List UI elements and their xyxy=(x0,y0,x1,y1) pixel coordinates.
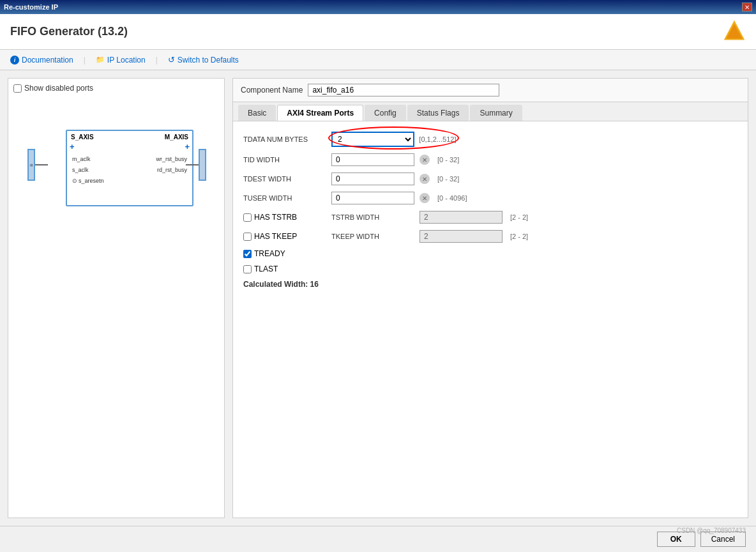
port-labels: m_aclk wr_rst_busy s_aclk rd_rst_busy ⊙ … xyxy=(67,151,192,189)
refresh-icon: ↺ xyxy=(168,55,175,65)
ground-symbol: ⊙ xyxy=(72,176,77,187)
tdata-num-bytes-range: [0,1,2...512] xyxy=(419,135,456,143)
tstrb-width-label: TSTRB WIDTH xyxy=(331,213,414,221)
tuser-width-input[interactable] xyxy=(331,192,414,204)
right-connector xyxy=(186,149,206,181)
m-aclk-label: m_aclk xyxy=(72,154,91,165)
tstrb-width-range: [2 - 2] xyxy=(510,213,528,221)
location-icon: 📁 xyxy=(96,56,105,64)
tlast-checkbox[interactable] xyxy=(243,265,252,273)
tuser-width-range: [0 - 4096] xyxy=(437,194,467,202)
component-name-input[interactable] xyxy=(308,84,499,96)
block-icons-row: + + xyxy=(67,142,192,151)
right-panel: Component Name Basic AXI4 Stream Ports C… xyxy=(232,78,748,518)
wr-rst-busy-label: wr_rst_busy xyxy=(156,154,187,165)
has-tkeep-label: HAS TKEEP xyxy=(254,232,297,241)
tdest-width-row: TDEST WIDTH ✕ [0 - 32] xyxy=(243,172,737,185)
tlast-group: TLAST xyxy=(243,264,278,273)
content-area: Show disabled ports ≡ S_AXIS M_AXIS xyxy=(0,70,756,526)
tkeep-width-range: [2 - 2] xyxy=(510,233,528,240)
tdata-ellipse-wrapper: 2 0 1 [0,1,2...512] xyxy=(331,132,456,147)
tdest-width-input[interactable] xyxy=(331,172,414,185)
port-row-2: s_aclk rd_rst_busy xyxy=(72,165,187,176)
tready-checkbox[interactable] xyxy=(243,250,252,258)
rd-rst-busy-label: rd_rst_busy xyxy=(157,165,187,176)
tid-width-label: TID WIDTH xyxy=(243,156,326,164)
has-tkeep-group: HAS TKEEP xyxy=(243,232,326,241)
show-disabled-ports-checkbox[interactable] xyxy=(13,84,22,93)
tstrb-width-input xyxy=(420,211,503,224)
tdest-width-clear-btn[interactable]: ✕ xyxy=(420,174,430,184)
footer: OK Cancel xyxy=(0,526,756,552)
has-tstrb-group: HAS TSTRB xyxy=(243,213,326,222)
header: FIFO Generator (13.2) xyxy=(0,14,756,50)
has-tstrb-row: HAS TSTRB TSTRB WIDTH [2 - 2] xyxy=(243,211,737,224)
vivado-logo xyxy=(723,19,746,44)
tuser-width-clear-btn[interactable]: ✕ xyxy=(420,193,430,203)
tid-width-row: TID WIDTH ✕ [0 - 32] xyxy=(243,153,737,166)
tab-bar: Basic AXI4 Stream Ports Config Status Fl… xyxy=(233,102,748,121)
tid-width-input[interactable] xyxy=(331,153,414,166)
s-axis-plus-icon: + xyxy=(70,142,75,151)
has-tkeep-row: HAS TKEEP TKEEP WIDTH [2 - 2] xyxy=(243,230,737,243)
left-panel: Show disabled ports ≡ S_AXIS M_AXIS xyxy=(8,78,225,518)
tab-content: TDATA NUM BYTES 2 0 1 [0,1,2...512] TID … xyxy=(233,121,748,518)
has-tkeep-checkbox[interactable] xyxy=(243,233,252,241)
tdest-width-label: TDEST WIDTH xyxy=(243,175,326,183)
tdata-num-bytes-label: TDATA NUM BYTES xyxy=(243,135,326,143)
switch-defaults-link[interactable]: ↺ Switch to Defaults xyxy=(168,55,239,65)
tready-row: TREADY xyxy=(243,249,737,258)
watermark: CSDN @qq_708907433 xyxy=(677,527,746,534)
right-conn-line xyxy=(186,164,199,165)
left-connector-lines: ≡ xyxy=(29,164,34,167)
left-connector-box: ≡ xyxy=(27,149,35,181)
documentation-link[interactable]: i Documentation xyxy=(10,56,73,65)
tlast-row: TLAST xyxy=(243,264,737,273)
tab-status-flags[interactable]: Status Flags xyxy=(407,105,469,121)
s-aclk-label: s_aclk xyxy=(72,165,89,176)
tready-group: TREADY xyxy=(243,249,285,258)
title-bar-text: Re-customize IP xyxy=(4,3,58,11)
has-tstrb-label: HAS TSTRB xyxy=(254,213,297,222)
tab-config[interactable]: Config xyxy=(365,105,406,121)
tkeep-width-label: TKEEP WIDTH xyxy=(331,233,414,240)
m-axis-label: M_AXIS xyxy=(165,134,188,141)
tid-width-range: [0 - 32] xyxy=(437,156,459,164)
block-top-row: S_AXIS M_AXIS xyxy=(67,131,192,141)
tab-axi4-stream-ports[interactable]: AXI4 Stream Ports xyxy=(277,105,363,121)
right-connector-box xyxy=(199,149,206,181)
tdata-num-bytes-row: TDATA NUM BYTES 2 0 1 [0,1,2...512] xyxy=(243,132,737,147)
info-icon: i xyxy=(10,56,19,65)
show-disabled-ports-row: Show disabled ports xyxy=(13,84,219,93)
left-conn-line xyxy=(35,164,48,165)
fifo-block: S_AXIS M_AXIS + + m_aclk wr_rst_busy s_ xyxy=(66,130,193,206)
calculated-width: Calculated Width: 16 xyxy=(243,280,737,289)
toolbar: i Documentation | 📁 IP Location | ↺ Swit… xyxy=(0,50,756,70)
tab-basic[interactable]: Basic xyxy=(238,105,276,121)
tlast-label: TLAST xyxy=(254,264,278,273)
port-row-3: ⊙ s_aresetn xyxy=(72,176,187,187)
port-row-1: m_aclk wr_rst_busy xyxy=(72,154,187,165)
tdata-num-bytes-select[interactable]: 2 0 1 xyxy=(331,132,414,147)
tready-label: TREADY xyxy=(254,249,285,258)
tid-width-clear-btn[interactable]: ✕ xyxy=(420,155,430,165)
s-axis-label: S_AXIS xyxy=(71,134,94,141)
app-title: FIFO Generator (13.2) xyxy=(10,25,128,38)
toolbar-separator-2: | xyxy=(156,56,158,65)
left-connector: ≡ xyxy=(27,149,48,181)
component-name-bar: Component Name xyxy=(233,79,748,102)
ip-location-link[interactable]: 📁 IP Location xyxy=(96,56,146,65)
tab-summary[interactable]: Summary xyxy=(470,105,522,121)
tkeep-width-input xyxy=(420,230,503,243)
s-aresetn-label: s_aresetn xyxy=(79,176,104,187)
tuser-width-row: TUSER WIDTH ✕ [0 - 4096] xyxy=(243,192,737,204)
title-bar: Re-customize IP ✕ xyxy=(0,0,756,14)
block-diagram: ≡ S_AXIS M_AXIS + + xyxy=(27,111,206,213)
close-button[interactable]: ✕ xyxy=(742,3,752,12)
component-name-label: Component Name xyxy=(241,86,303,95)
has-tstrb-checkbox[interactable] xyxy=(243,213,252,222)
toolbar-separator: | xyxy=(84,56,86,65)
show-disabled-ports-label: Show disabled ports xyxy=(24,84,93,93)
tuser-width-label: TUSER WIDTH xyxy=(243,194,326,202)
tdest-width-range: [0 - 32] xyxy=(437,175,459,183)
